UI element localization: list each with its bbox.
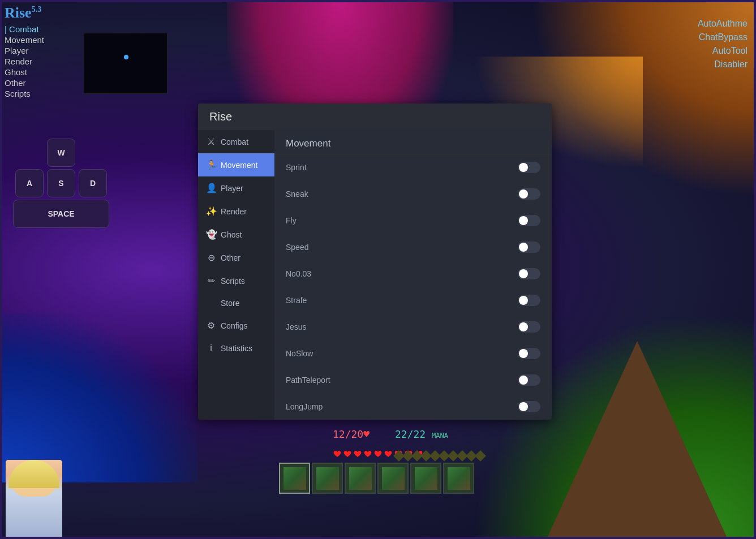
- toggle-sprint-label: Sprint: [286, 163, 307, 172]
- hotbar-slot-4[interactable]: [377, 463, 409, 494]
- overlay-item-2: AutoTool: [698, 44, 748, 58]
- top-left-panel: Rise5.3 | Combat Movement Player Render …: [5, 5, 95, 99]
- configs-icon: ⚙: [206, 320, 216, 331]
- toggle-longjump-switch[interactable]: [518, 401, 540, 412]
- scripts-icon: ✏: [206, 275, 216, 286]
- toggle-noslow-switch[interactable]: [518, 348, 540, 359]
- menu-sidebar: ⚔ Combat 🏃 Movement 👤 Player ✨ Render 👻 …: [198, 130, 274, 420]
- nav-item-combat[interactable]: | Combat: [5, 24, 95, 35]
- pyramid-decoration: [547, 341, 728, 539]
- key-d: D: [79, 169, 107, 197]
- content-title: Movement: [274, 130, 552, 154]
- player-icon: 👤: [206, 183, 216, 193]
- sidebar-item-scripts[interactable]: ✏ Scripts: [198, 269, 274, 292]
- sidebar-item-movement[interactable]: 🏃 Movement: [198, 153, 274, 176]
- sidebar-item-statistics[interactable]: i Statistics: [198, 337, 274, 360]
- sidebar-label-player: Player: [221, 184, 243, 193]
- heart-1: [333, 451, 342, 460]
- toggle-speed-switch[interactable]: [518, 242, 540, 253]
- left-nav-menu: | Combat Movement Player Render Ghost Ot…: [5, 24, 95, 99]
- toggle-pathteleport-switch[interactable]: [518, 374, 540, 386]
- hotbar-slot-6[interactable]: [443, 463, 474, 494]
- toggle-fly-switch[interactable]: [518, 215, 540, 226]
- hotbar-item-4: [382, 467, 405, 490]
- render-icon: ✨: [206, 206, 216, 217]
- mana-pip-10: [475, 450, 486, 462]
- toggle-jesus-switch[interactable]: [518, 321, 540, 333]
- heart-2: [343, 451, 352, 460]
- statistics-icon: i: [206, 343, 216, 353]
- sidebar-label-ghost: Ghost: [221, 230, 242, 239]
- hotbar-slot-2[interactable]: [312, 463, 343, 494]
- toggle-fly[interactable]: Fly: [274, 208, 552, 234]
- toggle-fly-label: Fly: [286, 216, 297, 225]
- nav-item-player[interactable]: Player: [5, 45, 95, 56]
- other-icon: ⊖: [206, 252, 216, 263]
- key-space: SPACE: [13, 200, 109, 228]
- toggle-strafe-label: Strafe: [286, 296, 307, 305]
- sidebar-item-store[interactable]: Store: [198, 292, 274, 314]
- mana-label: MANA: [432, 432, 448, 439]
- overlay-item-0: AutoAuthme: [698, 17, 748, 31]
- nav-item-movement[interactable]: Movement: [5, 35, 95, 45]
- hotbar-item-2: [316, 467, 339, 490]
- toggle-noslow-label: NoSlow: [286, 349, 313, 358]
- hotbar-item-3: [349, 467, 372, 490]
- toggle-sprint-switch[interactable]: [518, 162, 540, 173]
- heart-4: [363, 451, 372, 460]
- toggle-no003-switch[interactable]: [518, 268, 540, 279]
- hotbar-slot-1[interactable]: [279, 463, 310, 494]
- hud-mana: 22/22 MANA: [395, 428, 448, 440]
- hotbar-item-1: [284, 467, 306, 490]
- toggle-sneak-switch[interactable]: [518, 188, 540, 200]
- hud-mana-bar: [395, 452, 484, 460]
- hotbar-slot-3[interactable]: [345, 463, 376, 494]
- overlay-item-1: ChatBypass: [698, 31, 748, 44]
- nav-item-ghost[interactable]: Ghost: [5, 67, 95, 77]
- hotbar: [279, 463, 474, 494]
- toggle-noslow[interactable]: NoSlow: [274, 340, 552, 367]
- sidebar-item-player[interactable]: 👤 Player: [198, 176, 274, 200]
- sidebar-item-configs[interactable]: ⚙ Configs: [198, 314, 274, 337]
- sidebar-item-ghost[interactable]: 👻 Ghost: [198, 223, 274, 246]
- nav-item-scripts[interactable]: Scripts: [5, 88, 95, 99]
- toggle-strafe-switch[interactable]: [518, 295, 540, 306]
- key-w: W: [47, 139, 75, 167]
- toggle-speed[interactable]: Speed: [274, 234, 552, 261]
- sidebar-label-scripts: Scripts: [221, 277, 245, 286]
- logo-text: Rise: [5, 5, 32, 21]
- nav-item-render[interactable]: Render: [5, 56, 95, 67]
- sidebar-label-other: Other: [221, 253, 240, 262]
- hotbar-slot-5[interactable]: [410, 463, 441, 494]
- anime-character: [6, 460, 62, 539]
- toggle-sneak[interactable]: Sneak: [274, 181, 552, 208]
- sidebar-item-render[interactable]: ✨ Render: [198, 200, 274, 223]
- nav-item-other[interactable]: Other: [5, 77, 95, 88]
- toggle-speed-label: Speed: [286, 243, 308, 252]
- logo-version: 5.3: [32, 5, 42, 14]
- keys-panel: W A S D SPACE: [11, 139, 111, 230]
- hud-health: 12/20♥: [333, 428, 370, 440]
- toggle-jesus-label: Jesus: [286, 322, 307, 331]
- rise-logo: Rise5.3: [5, 5, 95, 21]
- movement-icon: 🏃: [206, 159, 216, 170]
- toggle-longjump[interactable]: LongJump: [274, 394, 552, 420]
- rise-menu: Rise ⚔ Combat 🏃 Movement 👤 Player ✨ Rend…: [198, 104, 552, 420]
- rise-menu-header: Rise: [198, 104, 552, 130]
- toggle-sprint[interactable]: Sprint: [274, 154, 552, 181]
- toggle-sneak-label: Sneak: [286, 189, 308, 199]
- heart-6: [384, 451, 393, 460]
- sidebar-label-render: Render: [221, 207, 247, 216]
- toggle-no003-label: No0.03: [286, 269, 311, 278]
- toggle-jesus[interactable]: Jesus: [274, 314, 552, 340]
- sidebar-item-combat[interactable]: ⚔ Combat: [198, 130, 274, 153]
- heart-3: [353, 451, 362, 460]
- toggle-strafe[interactable]: Strafe: [274, 287, 552, 314]
- heart-5: [373, 451, 383, 460]
- toggle-no003[interactable]: No0.03: [274, 261, 552, 287]
- sidebar-item-other[interactable]: ⊖ Other: [198, 246, 274, 269]
- sidebar-label-configs: Configs: [221, 321, 247, 330]
- mana-value: 22/22: [395, 428, 426, 440]
- toggle-pathteleport[interactable]: PathTeleport: [274, 367, 552, 394]
- mini-preview-window: [84, 33, 167, 94]
